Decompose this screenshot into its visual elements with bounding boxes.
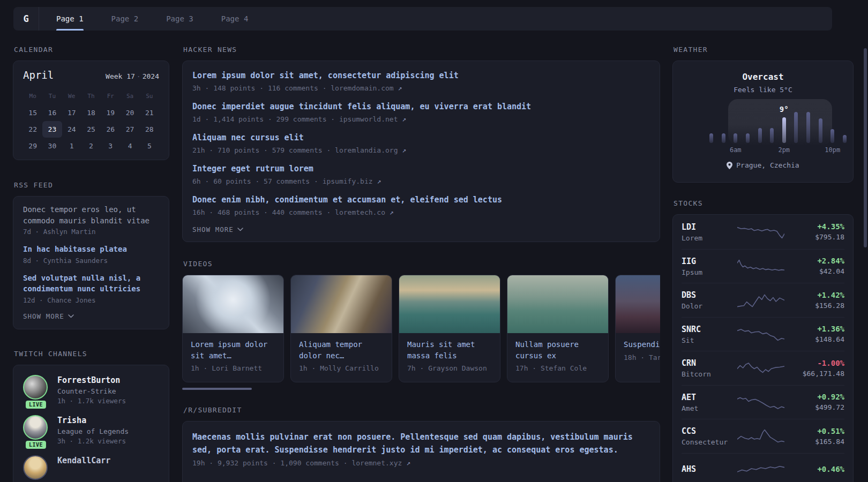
calendar-day[interactable]: 1 bbox=[62, 138, 81, 154]
hn-item[interactable]: Donec enim nibh, condimentum et accumsan… bbox=[192, 194, 650, 216]
rss-item-title[interactable]: In hac habitasse platea bbox=[23, 244, 159, 255]
rss-show-more-button[interactable]: SHOW MORE bbox=[23, 312, 159, 320]
hn-show-more-button[interactable]: SHOW MORE bbox=[192, 225, 650, 234]
stock-row[interactable]: IIGIpsum +2.84%$42.04 bbox=[682, 249, 844, 283]
stock-sparkline bbox=[737, 393, 784, 411]
calendar-day[interactable]: 4 bbox=[120, 138, 139, 154]
stock-row[interactable]: AHS +0.46% bbox=[682, 453, 844, 482]
subreddit-item[interactable]: Maecenas mollis pulvinar erat non posuer… bbox=[192, 431, 650, 467]
calendar-day[interactable]: 26 bbox=[101, 121, 120, 138]
stock-price: $156.28 bbox=[789, 302, 844, 310]
tab-page-2[interactable]: Page 2 bbox=[98, 7, 153, 31]
twitch-channel-name[interactable]: Trisha bbox=[57, 415, 129, 426]
external-link-icon[interactable]: ↗ bbox=[402, 146, 406, 154]
calendar-day[interactable]: 21 bbox=[140, 104, 159, 121]
tab-page-1[interactable]: Page 1 bbox=[42, 7, 98, 31]
tab-page-4[interactable]: Page 4 bbox=[207, 7, 263, 31]
calendar-day[interactable]: 24 bbox=[62, 121, 81, 138]
stock-row[interactable]: DBSDolor +1.42%$156.28 bbox=[682, 283, 844, 317]
hn-item-title[interactable]: Aliquam nec cursus elit bbox=[192, 132, 650, 144]
video-card[interactable]: Mauris sit amet massa felis 7h · Grayson… bbox=[399, 275, 500, 382]
stock-row[interactable]: CCSConsectetur +0.51%$165.84 bbox=[682, 419, 844, 453]
video-thumbnail[interactable] bbox=[291, 275, 392, 333]
stock-row[interactable]: SNRCSit +1.36%$148.64 bbox=[682, 317, 844, 351]
hn-item-meta: 16h · 468 points · 440 comments · loremt… bbox=[192, 208, 650, 216]
calendar-day[interactable]: 28 bbox=[140, 121, 159, 138]
weather-bar bbox=[830, 129, 834, 143]
rss-item[interactable]: In hac habitasse platea 8d · Cynthia Sau… bbox=[23, 244, 159, 265]
video-thumbnail[interactable] bbox=[399, 275, 500, 333]
twitch-channel-name[interactable]: KendallCarr bbox=[57, 455, 110, 466]
calendar-day[interactable]: 27 bbox=[120, 121, 139, 138]
hn-item[interactable]: Lorem ipsum dolor sit amet, consectetur … bbox=[192, 70, 650, 92]
twitch-channel-name[interactable]: ForrestBurton bbox=[57, 375, 126, 386]
video-title[interactable]: Mauris sit amet massa felis bbox=[407, 339, 492, 361]
video-thumbnail[interactable] bbox=[616, 275, 660, 333]
external-link-icon[interactable]: ↗ bbox=[402, 115, 406, 123]
video-title[interactable]: Lorem ipsum dolor sit amet consectetu… bbox=[191, 339, 275, 361]
rss-item-title[interactable]: Sed volutpat nulla nisl, a condimentum n… bbox=[23, 273, 159, 295]
calendar-day[interactable]: 16 bbox=[42, 104, 62, 121]
external-link-icon[interactable]: ↗ bbox=[377, 177, 381, 185]
twitch-channel-game: League of Legends bbox=[57, 427, 129, 435]
video-title[interactable]: Suspendisse diam bbox=[624, 339, 660, 350]
weather-bar bbox=[734, 133, 737, 143]
video-thumbnail[interactable] bbox=[183, 275, 283, 333]
video-card[interactable]: Lorem ipsum dolor sit amet consectetu… 1… bbox=[182, 275, 284, 382]
calendar-day[interactable]: 5 bbox=[140, 138, 159, 154]
rss-item-title[interactable]: Donec tempor eros leo, ut commodo mauris… bbox=[23, 204, 159, 226]
page-tabs: Page 1 Page 2 Page 3 Page 4 bbox=[42, 7, 262, 31]
video-card[interactable]: Aliquam tempor dolor nec pharetra… 1h · … bbox=[290, 275, 392, 382]
calendar-day[interactable]: 22 bbox=[23, 121, 42, 138]
calendar-day[interactable]: 29 bbox=[23, 138, 42, 154]
external-link-icon[interactable]: ↗ bbox=[406, 459, 410, 467]
avatar bbox=[23, 415, 48, 440]
hn-item[interactable]: Donec imperdiet augue tincidunt felis al… bbox=[192, 101, 650, 123]
videos-scrollbar-thumb[interactable] bbox=[182, 388, 252, 390]
weather-bar-slot: 2pm9° bbox=[782, 110, 786, 143]
videos-carousel[interactable]: Lorem ipsum dolor sit amet consectetu… 1… bbox=[182, 275, 660, 382]
twitch-channel[interactable]: LIVE ForrestBurton Counter-Strike 1h · 1… bbox=[23, 375, 159, 405]
tab-page-3[interactable]: Page 3 bbox=[152, 7, 207, 31]
calendar-day[interactable]: 15 bbox=[23, 104, 42, 121]
hn-item-title[interactable]: Integer eget rutrum lorem bbox=[192, 163, 650, 175]
weather-condition: Overcast bbox=[682, 72, 844, 82]
video-title[interactable]: Aliquam tempor dolor nec pharetra… bbox=[299, 339, 384, 361]
hn-item-title[interactable]: Donec enim nibh, condimentum et accumsan… bbox=[192, 194, 650, 206]
stocks-section-title: STOCKS bbox=[674, 199, 854, 207]
rss-item[interactable]: Sed volutpat nulla nisl, a condimentum n… bbox=[23, 273, 159, 304]
video-card[interactable]: Suspendisse diam 18h · Tara bbox=[615, 275, 660, 382]
video-thumbnail[interactable] bbox=[507, 275, 608, 333]
external-link-icon[interactable]: ↗ bbox=[390, 208, 394, 216]
calendar-day[interactable]: 20 bbox=[120, 104, 139, 121]
rss-item[interactable]: Donec tempor eros leo, ut commodo mauris… bbox=[23, 204, 159, 236]
stock-sparkline bbox=[737, 427, 784, 445]
stocks-card: LDILorem +4.35%$795.18 IIGIpsum +2.84%$4… bbox=[672, 214, 854, 482]
calendar-grid: MoTuWeThFrSaSu15161718192021222324252627… bbox=[23, 89, 159, 154]
stock-row[interactable]: LDILorem +4.35%$795.18 bbox=[682, 215, 844, 249]
calendar-day[interactable]: 23 bbox=[42, 121, 62, 138]
weather-location-row[interactable]: Prague, Czechia bbox=[682, 161, 844, 169]
hn-item[interactable]: Integer eget rutrum lorem 6h · 60 points… bbox=[192, 163, 650, 185]
calendar-day[interactable]: 3 bbox=[101, 138, 120, 154]
twitch-channel[interactable]: KendallCarr bbox=[23, 455, 159, 480]
calendar-day[interactable]: 2 bbox=[81, 138, 101, 154]
hn-item[interactable]: Aliquam nec cursus elit 21h · 710 points… bbox=[192, 132, 650, 154]
stock-row[interactable]: CRNBitcorn -1.00%$66,171.48 bbox=[682, 351, 844, 385]
stock-sparkline bbox=[737, 291, 784, 309]
subreddit-post-title[interactable]: Maecenas mollis pulvinar erat non posuer… bbox=[192, 431, 650, 456]
video-card[interactable]: Nullam posuere cursus ex 17h · Stefan Co… bbox=[507, 275, 609, 382]
hn-item-title[interactable]: Donec imperdiet augue tincidunt felis al… bbox=[192, 101, 650, 112]
hn-item-title[interactable]: Lorem ipsum dolor sit amet, consectetur … bbox=[192, 70, 650, 81]
calendar-day[interactable]: 18 bbox=[81, 104, 101, 121]
stock-row[interactable]: AETAmet +0.92%$499.72 bbox=[682, 385, 844, 419]
calendar-day[interactable]: 30 bbox=[42, 138, 62, 154]
calendar-day[interactable]: 19 bbox=[101, 104, 120, 121]
external-link-icon[interactable]: ↗ bbox=[398, 84, 402, 92]
top-navigation-bar: G Page 1 Page 2 Page 3 Page 4 bbox=[13, 7, 832, 31]
twitch-channel[interactable]: LIVE Trisha League of Legends 3h · 1.2k … bbox=[23, 415, 159, 445]
calendar-day[interactable]: 17 bbox=[62, 104, 81, 121]
page-scrollbar-thumb[interactable] bbox=[864, 48, 867, 247]
video-title[interactable]: Nullam posuere cursus ex bbox=[515, 339, 600, 361]
calendar-day[interactable]: 25 bbox=[81, 121, 101, 138]
